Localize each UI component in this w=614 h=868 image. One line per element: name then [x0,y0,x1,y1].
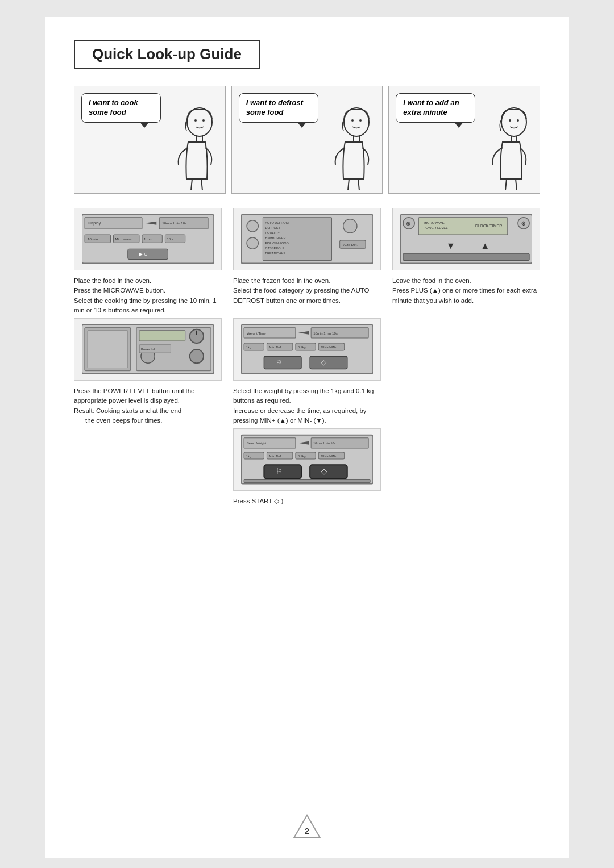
weight-col: Weight/Time 10min 1min 10s 1kg Auto Def … [233,318,381,425]
svg-text:▶ ⊙: ▶ ⊙ [139,252,148,257]
svg-point-71 [190,350,204,364]
svg-text:Select Weight: Select Weight [247,441,267,445]
row4-left-spacer [74,428,222,506]
weight-step-text: Select the weight by pressing the 1kg an… [233,386,381,425]
power-device-svg: Power Lvl [82,322,214,377]
row2: Display 10min 1min 10s 10 min Microwave … [74,208,540,315]
svg-line-20 [516,179,517,190]
defrost-illustration-panel: I want to defrost some food [231,86,383,194]
page-title: Quick Look-up Guide [92,45,242,63]
start-device-svg: Select Weight 10min 1min 10s 1kg Auto De… [241,432,373,487]
start-section: Select Weight 10min 1min 10s 1kg Auto De… [233,428,381,506]
svg-text:Auto Def: Auto Def [268,454,281,458]
page-number: 2 [305,827,309,836]
svg-text:◇: ◇ [321,359,327,367]
defrost-panel-col: AUTO DEFROST DEFROST POULTRY HAMBURGER F… [233,208,381,315]
weight-device-image: Weight/Time 10min 1min 10s 1kg Auto Def … [233,318,381,381]
svg-text:10min 1min 10s: 10min 1min 10s [313,332,338,335]
svg-rect-109 [310,465,347,479]
svg-text:HAMBURGER: HAMBURGER [265,237,285,240]
defrost-speech-bubble: I want to defrost some food [239,93,318,123]
svg-text:Auto Def.: Auto Def. [343,244,358,247]
svg-point-38 [247,220,258,232]
svg-text:..............................: ........................................… [412,256,451,260]
svg-text:Weight/Time: Weight/Time [247,332,266,335]
svg-text:CLOCK/TIMER: CLOCK/TIMER [475,224,502,228]
svg-text:MICROWAVE: MICROWAVE [423,221,444,224]
svg-text:◇: ◇ [321,468,327,476]
empty-col [392,318,540,425]
extra-illustration-panel: I want to add an extra minute [388,86,540,194]
svg-text:⚐: ⚐ [275,359,281,367]
power-step-text: Press the POWER LEVEL button until the a… [74,386,222,425]
svg-text:▼: ▼ [446,241,455,251]
svg-text:0.1kg: 0.1kg [298,454,306,458]
svg-rect-111 [244,480,370,483]
row4-right-spacer [392,428,540,506]
svg-text:Microwave: Microwave [115,238,132,241]
svg-text:AUTO DEFROST: AUTO DEFROST [265,221,290,224]
svg-point-8 [351,119,354,122]
svg-text:MIN+/MIN-: MIN+/MIN- [321,345,336,349]
svg-line-12 [348,179,349,190]
svg-point-15 [509,119,511,122]
svg-line-5 [191,179,192,190]
defrost-step1-text: Place the frozen food in the oven. Selec… [233,276,381,306]
illustration-row: I want to cook some food [74,86,540,194]
defrost-device-svg: AUTO DEFROST DEFROST POULTRY HAMBURGER F… [241,211,373,266]
svg-text:DEFROST: DEFROST [265,226,280,229]
page-container: Quick Look-up Guide I want to cook some … [45,17,569,858]
svg-text:0.1kg: 0.1kg [298,345,306,349]
title-box: Quick Look-up Guide [74,40,260,69]
svg-text:CASSEROLE: CASSEROLE [265,247,284,251]
cook-step1-text: Place the food in the oven. Press the MI… [74,276,222,315]
svg-line-6 [201,179,202,190]
cook-device-image: Display 10min 1min 10s 10 min Microwave … [74,208,222,270]
svg-point-14 [501,108,526,136]
svg-point-16 [517,119,519,122]
cook-speech-bubble: I want to cook some food [81,93,161,123]
svg-point-48 [343,219,357,233]
svg-text:1kg: 1kg [246,345,251,349]
svg-text:1kg: 1kg [246,454,251,458]
defrost-person-figure [325,105,379,190]
svg-text:POULTRY: POULTRY [265,231,280,235]
extra-person-figure [483,105,537,190]
svg-text:▲: ▲ [480,241,489,251]
power-level-col: Power Lvl Press the POWER LEVEL button u… [74,318,222,425]
svg-rect-89 [264,357,301,369]
svg-rect-107 [264,465,301,479]
svg-point-39 [247,237,258,249]
svg-text:Display: Display [88,221,101,226]
svg-line-13 [358,179,359,190]
power-device-image: Power Lvl [74,318,222,381]
extra-device-image: ⊕ MICROWAVE POWER LEVEL CLOCK/TIMER ⚙ ▼ … [392,208,540,270]
cook-illustration-panel: I want to cook some food [74,86,226,194]
svg-text:BREAD/CAKE: BREAD/CAKE [265,252,285,256]
cook-panel-col: Display 10min 1min 10s 10 min Microwave … [74,208,222,315]
result-label: Result: [74,407,94,414]
svg-point-9 [359,119,362,122]
svg-rect-68 [139,331,185,341]
svg-point-2 [202,119,205,122]
svg-text:⚐: ⚐ [275,468,282,476]
extra-speech-bubble: I want to add an extra minute [396,93,475,123]
page-number-area: 2 [293,812,321,841]
svg-point-0 [187,108,212,136]
defrost-device-image: AUTO DEFROST DEFROST POULTRY HAMBURGER F… [233,208,381,270]
start-text: Press START ◇ ) [233,496,381,506]
start-device-image: Select Weight 10min 1min 10s 1kg Auto De… [233,428,381,491]
svg-point-1 [194,119,197,122]
svg-line-19 [505,179,507,190]
svg-text:MIN+/MIN-: MIN+/MIN- [321,454,336,458]
svg-text:10min 1min 10s: 10min 1min 10s [162,222,186,225]
svg-text:⊕: ⊕ [406,220,410,227]
svg-point-7 [344,108,369,136]
svg-text:1 min: 1 min [144,238,152,241]
svg-text:⚙: ⚙ [521,220,526,227]
svg-rect-91 [310,357,347,369]
svg-text:FISH/SEAFOOD: FISH/SEAFOOD [265,242,288,245]
result-detail: the oven beeps four times. [74,417,163,424]
svg-text:10 min: 10 min [88,238,98,241]
weight-device-svg: Weight/Time 10min 1min 10s 1kg Auto Def … [241,322,373,377]
